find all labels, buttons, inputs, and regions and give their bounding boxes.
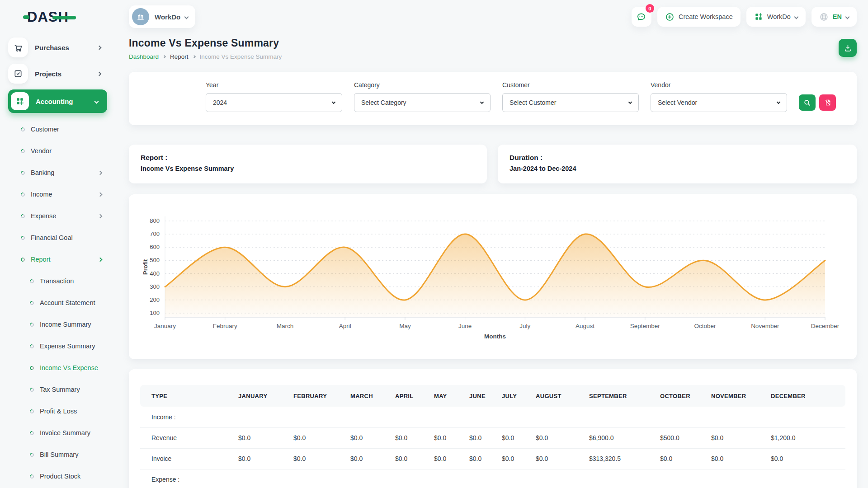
column-header: APRIL bbox=[390, 385, 429, 407]
dot-icon bbox=[29, 430, 35, 436]
cell-value: $0.0 bbox=[765, 448, 845, 469]
cell-value: $0.0 bbox=[390, 427, 429, 448]
sidebar-item-label: Report bbox=[31, 256, 51, 263]
apply-filter-button[interactable] bbox=[799, 94, 816, 111]
sidebar-item-account-statement[interactable]: Account Statement bbox=[6, 292, 109, 314]
cell-value: $0.0 bbox=[233, 427, 288, 448]
messages-button[interactable]: 0 bbox=[632, 7, 651, 27]
column-header: MARCH bbox=[345, 385, 390, 407]
filter-category: Category Select Category bbox=[354, 81, 491, 112]
svg-text:December: December bbox=[811, 323, 840, 329]
topbar: WorkDo 0 Create Workspace WorkDo bbox=[129, 0, 857, 30]
chevron-right-icon bbox=[98, 257, 103, 262]
sidebar-item-banking[interactable]: Banking bbox=[6, 162, 109, 183]
chevron-right-icon bbox=[98, 214, 103, 218]
dot-icon bbox=[20, 148, 26, 154]
vendor-select[interactable]: Select Vendor bbox=[651, 93, 787, 112]
sidebar-item-label: Invoice Summary bbox=[40, 429, 90, 436]
workspace-selector[interactable]: WorkDo bbox=[129, 5, 195, 28]
tasks-icon bbox=[8, 64, 28, 84]
report-summary-card: Report : Income Vs Expense Summary bbox=[129, 145, 487, 183]
brand-logo-text: DASH bbox=[27, 9, 69, 25]
chevron-down-icon bbox=[480, 100, 484, 103]
sidebar-item-vendor[interactable]: Vendor bbox=[6, 140, 109, 162]
svg-text:March: March bbox=[277, 323, 294, 329]
svg-text:February: February bbox=[213, 323, 237, 329]
sidebar-item-income-summary[interactable]: Income Summary bbox=[6, 314, 109, 335]
workspace-menu-button[interactable]: WorkDo bbox=[746, 7, 806, 27]
sidebar-item-income-vs-expense[interactable]: Income Vs Expense bbox=[6, 357, 109, 379]
create-workspace-label: Create Workspace bbox=[679, 13, 733, 20]
reset-filter-button[interactable] bbox=[819, 94, 836, 111]
cell-value: $0.0 bbox=[530, 427, 584, 448]
column-header: OCTOBER bbox=[655, 385, 706, 407]
cell-value: $0.0 bbox=[530, 448, 584, 469]
chevron-right-icon bbox=[97, 71, 102, 76]
dot-icon bbox=[20, 257, 26, 263]
duration-label: Duration : bbox=[509, 154, 845, 162]
column-header: SEPTEMBER bbox=[584, 385, 655, 407]
sidebar-item-expense[interactable]: Expense bbox=[6, 205, 109, 227]
customer-select[interactable]: Select Customer bbox=[502, 93, 639, 112]
svg-text:May: May bbox=[399, 323, 411, 329]
globe-icon bbox=[819, 12, 829, 22]
cell-value: $0.0 bbox=[496, 448, 530, 469]
customer-value: Select Customer bbox=[509, 99, 556, 106]
cell-value: $0.0 bbox=[288, 427, 345, 448]
column-header: JANUARY bbox=[233, 385, 288, 407]
brand-logo[interactable]: DASH bbox=[27, 9, 69, 25]
sidebar-item-accounting[interactable]: Accounting bbox=[8, 89, 107, 113]
sidebar-item-purchases[interactable]: Purchases bbox=[8, 37, 107, 58]
sidebar-item-label: Expense bbox=[31, 212, 56, 220]
column-header: MAY bbox=[429, 385, 464, 407]
breadcrumb-dashboard[interactable]: Dashboard bbox=[129, 53, 159, 60]
sidebar-item-transaction[interactable]: Transaction bbox=[6, 270, 109, 292]
year-label: Year bbox=[206, 81, 342, 89]
dot-icon bbox=[29, 365, 35, 371]
sidebar-item-profit-loss[interactable]: Profit & Loss bbox=[6, 400, 109, 422]
cell-value: $0.0 bbox=[288, 448, 345, 469]
category-label: Category bbox=[354, 81, 491, 89]
create-workspace-button[interactable]: Create Workspace bbox=[657, 7, 741, 27]
chevron-down-icon bbox=[184, 14, 189, 19]
chevron-down-icon bbox=[332, 100, 335, 103]
app-root: DASH Purchases Projects Accounting Custo… bbox=[0, 0, 868, 488]
sidebar-item-product-stock[interactable]: Product Stock bbox=[6, 465, 109, 487]
download-button[interactable] bbox=[839, 39, 857, 57]
cell-value: $0.0 bbox=[706, 427, 765, 448]
category-value: Select Category bbox=[361, 99, 406, 106]
profit-chart-card: 100200300400500600700800JanuaryFebruaryM… bbox=[129, 194, 857, 359]
sidebar-item-tax-summary[interactable]: Tax Summary bbox=[6, 379, 109, 400]
cell-value: $0.0 bbox=[233, 448, 288, 469]
svg-text:500: 500 bbox=[150, 257, 160, 263]
svg-text:800: 800 bbox=[150, 217, 160, 224]
column-header: JUNE bbox=[464, 385, 496, 407]
svg-text:600: 600 bbox=[150, 244, 160, 250]
sidebar-item-financial-goal[interactable]: Financial Goal bbox=[6, 227, 109, 249]
vendor-value: Select Vendor bbox=[658, 99, 697, 106]
page-title: Income Vs Expense Summary bbox=[129, 37, 282, 49]
svg-text:300: 300 bbox=[150, 283, 160, 290]
sidebar-item-customer[interactable]: Customer bbox=[6, 118, 109, 140]
workspace-name: WorkDo bbox=[155, 13, 180, 21]
year-select[interactable]: 2024 bbox=[206, 93, 342, 112]
cell-value: $0.0 bbox=[429, 427, 464, 448]
sidebar-item-label: Financial Goal bbox=[31, 234, 73, 241]
dot-icon bbox=[20, 170, 26, 176]
breadcrumb-report[interactable]: Report bbox=[170, 53, 189, 60]
sidebar-item-projects[interactable]: Projects bbox=[8, 63, 107, 84]
svg-text:200: 200 bbox=[150, 296, 160, 303]
report-value: Income Vs Expense Summary bbox=[141, 165, 475, 172]
sidebar-item-expense-summary[interactable]: Expense Summary bbox=[6, 335, 109, 357]
chevron-right-icon bbox=[97, 45, 102, 50]
sidebar-item-invoice-summary[interactable]: Invoice Summary bbox=[6, 422, 109, 444]
column-header: NOVEMBER bbox=[706, 385, 765, 407]
dot-icon bbox=[29, 278, 35, 284]
sidebar-item-income[interactable]: Income bbox=[6, 183, 109, 205]
language-selector[interactable]: EN bbox=[811, 7, 857, 27]
sidebar-item-report[interactable]: Report bbox=[6, 249, 109, 270]
category-select[interactable]: Select Category bbox=[354, 93, 491, 112]
workspace-menu-label: WorkDo bbox=[767, 13, 791, 20]
sidebar-item-bill-summary[interactable]: Bill Summary bbox=[6, 444, 109, 465]
sidebar-item-label: Banking bbox=[31, 169, 54, 176]
